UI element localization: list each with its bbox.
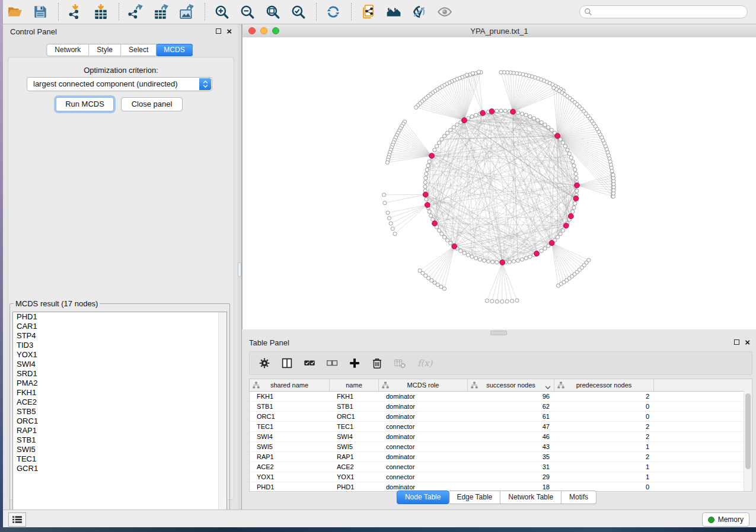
mcds-hub-node[interactable]: [575, 182, 580, 188]
network-leaf-node[interactable]: [485, 299, 489, 302]
network-leaf-node[interactable]: [495, 300, 499, 303]
criterion-select[interactable]: largest connected component (undirected): [27, 77, 212, 91]
network-node[interactable]: [478, 258, 481, 261]
network-node[interactable]: [512, 259, 515, 263]
gear-icon[interactable]: [258, 357, 271, 370]
mcds-result-item[interactable]: YOX1: [13, 350, 227, 360]
delete-icon[interactable]: [371, 357, 384, 370]
network-node[interactable]: [435, 145, 439, 148]
network-node[interactable]: [516, 259, 519, 262]
network-leaf-node[interactable]: [442, 287, 446, 290]
network-node[interactable]: [470, 115, 474, 118]
mcds-hub-node[interactable]: [425, 203, 430, 208]
mcds-hub-node[interactable]: [462, 118, 467, 123]
table-row[interactable]: YOX1YOX1connector291: [250, 472, 752, 482]
vertical-splitter[interactable]: [238, 24, 242, 510]
network-node[interactable]: [442, 235, 446, 239]
refresh-icon[interactable]: [326, 4, 341, 20]
mcds-result-item[interactable]: TEC1: [13, 454, 227, 464]
network-node[interactable]: [474, 257, 478, 260]
table-row[interactable]: SWI4SWI4dominator462: [250, 432, 752, 442]
network-node[interactable]: [425, 168, 429, 171]
network-leaf-node[interactable]: [477, 70, 480, 74]
network-node[interactable]: [572, 206, 576, 209]
network-node[interactable]: [455, 123, 459, 127]
network-node[interactable]: [459, 249, 462, 252]
tab-mcds[interactable]: MCDS: [156, 44, 193, 56]
network-leaf-node[interactable]: [515, 299, 519, 302]
columns-icon[interactable]: [280, 357, 294, 370]
mcds-result-item[interactable]: TID3: [13, 341, 227, 350]
network-node[interactable]: [566, 148, 569, 152]
style-preview-icon[interactable]: [412, 4, 427, 20]
tab-network[interactable]: Network: [46, 44, 89, 56]
network-node[interactable]: [574, 172, 578, 175]
network-leaf-node[interactable]: [490, 299, 494, 303]
find-icon[interactable]: [386, 4, 401, 20]
network-node[interactable]: [449, 128, 452, 132]
mcds-hub-node[interactable]: [423, 192, 428, 197]
network-node[interactable]: [423, 185, 427, 188]
tab-edge-table[interactable]: Edge Table: [449, 491, 500, 504]
mcds-hub-node[interactable]: [549, 241, 554, 246]
network-node[interactable]: [462, 251, 466, 255]
mcds-hub-node[interactable]: [489, 109, 495, 114]
import-network-icon[interactable]: [68, 4, 83, 20]
network-leaf-node[interactable]: [499, 70, 503, 74]
network-node[interactable]: [428, 160, 431, 164]
network-node[interactable]: [508, 260, 511, 264]
mcds-result-item[interactable]: FKH1: [13, 388, 227, 398]
mcds-result-item[interactable]: SWI5: [13, 445, 227, 454]
table-row[interactable]: ACE2ACE2connector311: [250, 462, 752, 472]
network-node[interactable]: [429, 214, 433, 217]
tab-motifs[interactable]: Motifs: [562, 491, 596, 504]
export-network-icon[interactable]: [128, 4, 143, 20]
mcds-result-item[interactable]: GCR1: [13, 464, 227, 473]
mcds-result-item[interactable]: STP4: [13, 331, 227, 341]
mcds-result-item[interactable]: PMA2: [13, 379, 227, 388]
tab-select[interactable]: Select: [121, 44, 157, 56]
network-node[interactable]: [428, 210, 431, 213]
mcds-hub-node[interactable]: [511, 109, 516, 114]
network-node[interactable]: [543, 246, 547, 250]
mcds-result-item[interactable]: ORC1: [13, 416, 227, 426]
table-row[interactable]: RAP1RAP1dominator352: [250, 452, 752, 462]
network-leaf-node[interactable]: [510, 299, 513, 303]
float-panel-icon[interactable]: [216, 28, 221, 34]
network-node[interactable]: [426, 164, 430, 167]
table-row[interactable]: TEC1TEC1connector472: [250, 422, 752, 432]
network-node[interactable]: [442, 134, 446, 138]
column-header-predecessor-nodes[interactable]: predecessor nodes: [554, 379, 654, 391]
mcds-hub-node[interactable]: [555, 133, 560, 139]
mcds-hub-node[interactable]: [480, 110, 486, 116]
close-panel-button[interactable]: Close panel: [121, 97, 183, 111]
mcds-result-list[interactable]: PHD1CAR1STP4TID3YOX1SWI4SRD1PMA2FKH1ACE2…: [12, 312, 227, 517]
network-node[interactable]: [452, 126, 455, 129]
network-node[interactable]: [438, 141, 441, 145]
network-node[interactable]: [491, 260, 495, 264]
network-leaf-node[interactable]: [414, 105, 418, 109]
network-node[interactable]: [563, 145, 567, 148]
network-node[interactable]: [561, 141, 564, 145]
mcds-hub-node[interactable]: [500, 260, 505, 265]
table-row[interactable]: FKH1FKH1dominator962: [250, 392, 752, 402]
network-node[interactable]: [423, 181, 427, 184]
network-node[interactable]: [569, 156, 573, 159]
network-node[interactable]: [516, 111, 519, 114]
zoom-fit-icon[interactable]: [265, 4, 280, 20]
splitter-handle[interactable]: [238, 262, 241, 277]
mcds-result-item[interactable]: STB5: [13, 407, 227, 416]
table-row[interactable]: SWI5SWI5connector431: [250, 442, 752, 452]
network-node[interactable]: [425, 197, 428, 201]
network-node[interactable]: [540, 121, 543, 124]
network-leaf-node[interactable]: [611, 173, 615, 177]
deselect-all-icon[interactable]: [326, 357, 339, 370]
network-node[interactable]: [571, 160, 575, 164]
close-panel-icon[interactable]: ×: [227, 28, 232, 34]
zoom-in-icon[interactable]: [214, 4, 229, 20]
network-node[interactable]: [524, 113, 528, 117]
network-leaf-node[interactable]: [471, 72, 474, 75]
network-node[interactable]: [575, 177, 578, 180]
network-node[interactable]: [571, 210, 575, 213]
network-leaf-node[interactable]: [382, 193, 385, 197]
